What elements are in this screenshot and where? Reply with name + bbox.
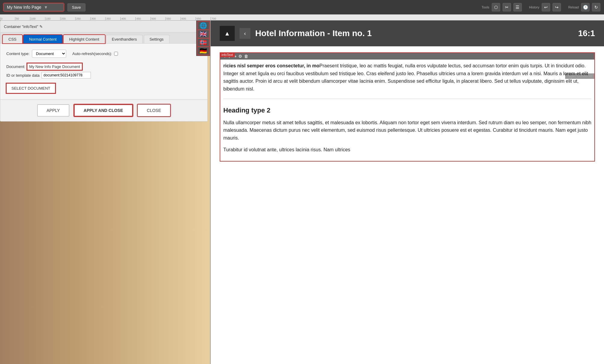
- tab-normal-content-label: Normal Content: [29, 37, 57, 42]
- back-button[interactable]: ‹: [240, 28, 250, 39]
- ruler-marks: 0 50 100 150 200 250 300 350 400 450 500…: [0, 14, 604, 20]
- tools-label: Tools: [482, 5, 489, 9]
- ruler-mark: 650: [196, 17, 211, 20]
- ruler-mark: 500: [150, 17, 166, 20]
- chevron-down-icon: ▼: [44, 5, 48, 10]
- dialog-header: Container "infoText" ✎ ✕: [0, 21, 207, 32]
- infotext-container: infoText Type: Container ✎ ⊹ ⇔ ⚙ 🗑 ricie…: [220, 52, 595, 162]
- tab-eventhandlers-label: Eventhandlers: [112, 37, 137, 42]
- page-title: Hotel Information - Item no. 1: [255, 29, 372, 38]
- ruler-mark: 0: [0, 17, 15, 20]
- content-type-row: Content type: Document Auto-refresh(seco…: [6, 50, 201, 58]
- auto-refresh-group: Auto-refresh(seconds):: [72, 51, 118, 56]
- page-selector-label: My New Info Page: [7, 5, 41, 10]
- ruler-mark: 150: [45, 17, 60, 20]
- tab-highlight-content-label: Highlight Content: [69, 37, 99, 42]
- infotext-content: ricies nisl semper eros consectetur, in …: [220, 53, 594, 161]
- flag-uk[interactable]: 🇬🇧: [198, 30, 209, 38]
- dialog-title: Container "infoText" ✎: [4, 24, 43, 29]
- background-area: Container "infoText" ✎ ✕ CSS Normal Cont…: [0, 20, 210, 364]
- content-type-label: Content type:: [6, 51, 29, 56]
- tools-section: Tools ⬡ ✂ ☰: [482, 3, 522, 11]
- page-selector[interactable]: My New Info Page ▼: [4, 3, 64, 11]
- flag-world[interactable]: 🌐: [198, 22, 209, 29]
- container-label-badge: infoText: [220, 52, 235, 57]
- tab-settings-label: Settings: [150, 37, 164, 42]
- reload-label: Reload: [568, 5, 579, 9]
- logo-icon: ▲: [220, 26, 235, 41]
- infotext-toolbar: ✎ ⊹ ⇔ ⚙ 🗑: [220, 53, 594, 60]
- undo-icon[interactable]: ↩: [542, 3, 550, 11]
- content-type-select[interactable]: Document: [32, 50, 66, 58]
- id-input[interactable]: [42, 72, 91, 79]
- ruler-mark: 300: [90, 17, 105, 20]
- apply-and-close-button[interactable]: APPLY AND CLOSE: [74, 104, 133, 116]
- body-text-4: Turabitur id volutnat ante, ultrices lac…: [223, 146, 591, 154]
- document-row: Document: My New Info Page Document: [6, 63, 201, 70]
- history-section: History ↩ ↪: [529, 3, 561, 11]
- body-text-3: Nulla ullamcorper metus sit amet tellus …: [223, 119, 591, 142]
- history-clock-icon[interactable]: 🕐: [581, 3, 590, 11]
- save-button[interactable]: Save: [67, 3, 85, 11]
- reload-section: Reload 🕐 ↻: [568, 3, 600, 11]
- editor-dialog: Container "infoText" ✎ ✕ CSS Normal Cont…: [0, 20, 208, 122]
- tab-css-label: CSS: [8, 37, 17, 42]
- heading-2: Heading type 2: [223, 105, 591, 116]
- dialog-tabs: CSS Normal Content Highlight Content Eve…: [0, 32, 207, 44]
- toolbar-right: Tools ⬡ ✂ ☰ History ↩ ↪ Reload 🕐 ↻: [482, 3, 600, 11]
- divider: [223, 99, 591, 99]
- container-type-label: Type: Container: [565, 73, 594, 79]
- body-text-1: ricies nisl semper eros consectetur, in …: [223, 62, 591, 93]
- content-area: ▲ ‹ Hotel Information - Item no. 1 16:1 …: [211, 20, 604, 364]
- auto-refresh-checkbox[interactable]: [114, 52, 118, 56]
- editor-panel: Container "infoText" ✎ ✕ CSS Normal Cont…: [0, 20, 211, 364]
- redo-icon[interactable]: ↪: [553, 3, 561, 11]
- history-label: History: [529, 5, 539, 9]
- auto-refresh-label: Auto-refresh(seconds):: [72, 51, 112, 56]
- page-header: ▲ ‹ Hotel Information - Item no. 1 16:1: [211, 20, 604, 46]
- ruler-mark: 50: [15, 17, 30, 20]
- reload-icon[interactable]: ↻: [592, 3, 600, 11]
- tab-eventhandlers[interactable]: Eventhandlers: [106, 35, 143, 43]
- tab-highlight-content[interactable]: Highlight Content: [63, 35, 105, 43]
- flag-panel: 🌐 🇬🇧 🇳🇴 🇩🇪: [196, 20, 210, 56]
- flag-norway[interactable]: 🇳🇴: [198, 39, 209, 46]
- ruler-mark: 400: [120, 17, 135, 20]
- ruler-mark: 350: [105, 17, 120, 20]
- dialog-content-area: Content type: Document Auto-refresh(seco…: [0, 44, 207, 99]
- scissors-icon[interactable]: ✂: [503, 3, 511, 11]
- main-area: Container "infoText" ✎ ✕ CSS Normal Cont…: [0, 20, 604, 364]
- document-name: My New Info Page Document: [27, 63, 82, 70]
- tab-normal-content[interactable]: Normal Content: [23, 35, 62, 43]
- ruler-mark: 200: [60, 17, 75, 20]
- dialog-footer: APPLY APPLY AND CLOSE CLOSE: [0, 99, 207, 121]
- select-document-button[interactable]: SELECT DOCUMENT: [6, 83, 55, 93]
- ruler-mark: 700: [211, 17, 226, 20]
- id-row: ID or template data: [6, 72, 201, 79]
- close-button[interactable]: CLOSE: [138, 104, 170, 116]
- delete-icon[interactable]: 🗑: [244, 54, 248, 59]
- content-body: infoText Type: Container ✎ ⊹ ⇔ ⚙ 🗑 ricie…: [211, 46, 604, 171]
- top-toolbar: My New Info Page ▼ Save Tools ⬡ ✂ ☰ Hist…: [0, 0, 604, 14]
- tab-css[interactable]: CSS: [3, 35, 22, 43]
- ruler-mark: 600: [181, 17, 196, 20]
- stack-icon[interactable]: ☰: [513, 3, 522, 11]
- select-doc-container: SELECT DOCUMENT: [6, 83, 201, 93]
- layers-icon[interactable]: ⬡: [492, 3, 500, 11]
- page-time: 16:1: [578, 29, 595, 38]
- ruler: 0 50 100 150 200 250 300 350 400 450 500…: [0, 14, 604, 20]
- apply-button[interactable]: APPLY: [37, 104, 69, 116]
- id-label: ID or template data: [6, 73, 40, 78]
- ruler-mark: 100: [30, 17, 45, 20]
- settings-icon[interactable]: ⚙: [238, 54, 242, 59]
- content-type-group: Content type: Document: [6, 50, 66, 58]
- tab-settings[interactable]: Settings: [144, 35, 169, 43]
- ruler-mark: 250: [75, 17, 90, 20]
- flag-germany[interactable]: 🇩🇪: [198, 47, 209, 55]
- document-label: Document:: [6, 64, 25, 69]
- ruler-mark: 450: [135, 17, 150, 20]
- ruler-mark: 550: [166, 17, 181, 20]
